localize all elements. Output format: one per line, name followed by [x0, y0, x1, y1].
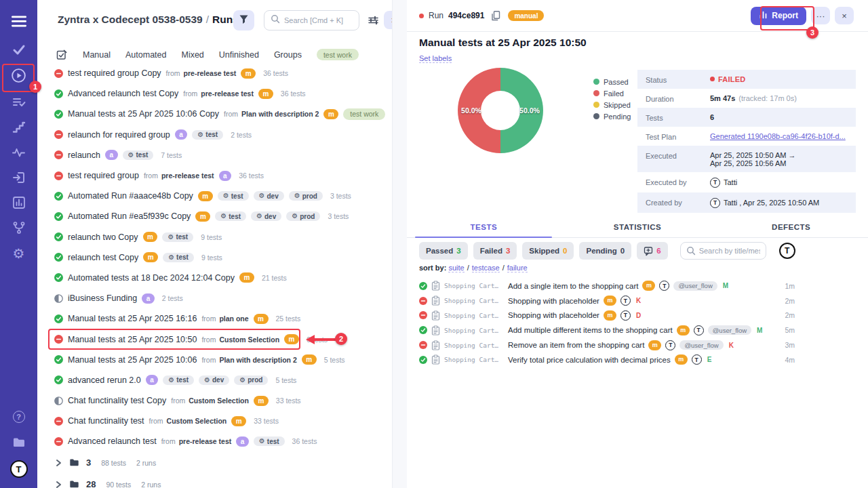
- tab-groups[interactable]: Groups: [274, 50, 302, 60]
- sidebar-item-help[interactable]: ?: [0, 405, 37, 429]
- sort-link-testcase[interactable]: testcase: [472, 264, 500, 272]
- filter-chip-failed[interactable]: Failed3: [473, 242, 517, 260]
- report-button[interactable]: Report: [751, 7, 806, 25]
- env-badge-label: dev: [264, 213, 276, 220]
- detail-tab-tests[interactable]: TESTS: [407, 220, 561, 237]
- more-button[interactable]: ···: [811, 7, 830, 24]
- run-type-badge: m: [323, 109, 338, 119]
- run-row[interactable]: Chat functinality test CopyfromCustom Se…: [37, 390, 392, 411]
- run-row[interactable]: Automated Run #aaace48b Copym⚙test⚙dev⚙p…: [37, 186, 392, 206]
- assignee-filter-logo[interactable]: T: [779, 243, 795, 259]
- run-tag: test work: [343, 108, 385, 120]
- folder-row[interactable]: 388 tests2 runs: [37, 452, 392, 474]
- detail-tab-defects[interactable]: DEFECTS: [714, 220, 868, 237]
- run-row[interactable]: iBusiness Fundinga2 tests: [37, 288, 392, 308]
- sidebar-item-branch[interactable]: [0, 216, 37, 240]
- set-labels-link[interactable]: Set labels: [419, 54, 452, 63]
- sidebar-item-steps[interactable]: [0, 115, 37, 140]
- sidebar-item-gear[interactable]: ⚙: [0, 241, 37, 266]
- run-row[interactable]: Automated tests at 18 Dec 2024 12:04 Cop…: [37, 268, 392, 288]
- run-row[interactable]: Automated Run #ea5f939c Copym⚙test⚙dev⚙p…: [37, 206, 392, 226]
- sidebar-item-menu[interactable]: [0, 9, 37, 33]
- help-icon: ?: [13, 411, 25, 423]
- tab-unfinished[interactable]: Unfinished: [219, 50, 259, 60]
- run-row[interactable]: test required groupfrompre-release testa…: [37, 165, 392, 186]
- sidebar-item-bar-chart[interactable]: [0, 190, 37, 215]
- breadcrumb-project[interactable]: Zyntra x Codecept 0538-0539: [58, 14, 203, 25]
- test-row[interactable]: Shopping Cart…Shopping with placeholderm…: [407, 308, 868, 323]
- run-row[interactable]: Manual tests at 25 Apr 2025 10:06fromPla…: [37, 350, 392, 370]
- runs-search[interactable]: [264, 10, 359, 30]
- test-row[interactable]: Shopping Cart…Remove an item from the sh…: [407, 338, 868, 352]
- filter-chip-comments[interactable]: 6: [637, 242, 667, 260]
- status-passed-icon: [54, 212, 63, 221]
- test-row[interactable]: Shopping Cart…Shopping with placeholderm…: [407, 293, 868, 308]
- run-type-badge: m: [143, 252, 158, 262]
- runs-search-input[interactable]: [284, 16, 353, 24]
- run-row[interactable]: Advanced relaunch testfrompre-release te…: [37, 431, 392, 451]
- test-suite: Shopping Cart…: [444, 327, 504, 334]
- sidebar-item-list-check[interactable]: [0, 90, 37, 115]
- test-row[interactable]: Shopping Cart…Add multiple different ite…: [407, 323, 868, 338]
- run-row[interactable]: Chat functinality testfromCustom Selecti…: [37, 411, 392, 431]
- runs-filter-tabs: ManualAutomatedMixedUnfinishedGroupstest…: [56, 46, 359, 63]
- env-badge-dev: ⚙dev: [251, 211, 281, 221]
- list-check-icon: [12, 95, 26, 110]
- tests-search[interactable]: [680, 242, 766, 260]
- sort-link-failure[interactable]: failure: [507, 264, 528, 272]
- test-plan-link[interactable]: Generated 1190e08b-ca96-4f26-b10f-d...: [710, 132, 846, 140]
- run-row[interactable]: advanced rerun 2.0a⚙test⚙dev⚙prod5 tests: [37, 370, 392, 390]
- run-tests-count: 3 tests: [328, 212, 349, 220]
- sidebar-item-activity[interactable]: [0, 140, 37, 165]
- folder-row[interactable]: 2890 tests2 runs: [37, 474, 392, 488]
- test-type-badge: m: [604, 296, 616, 306]
- detail-close-button[interactable]: ×: [835, 7, 854, 24]
- sidebar-logo[interactable]: T: [0, 457, 37, 481]
- copy-icon[interactable]: [490, 10, 500, 21]
- test-letter-badge: K: [729, 342, 734, 349]
- run-title: test required group: [68, 171, 139, 180]
- run-row[interactable]: Manual tests at 25 Apr 2025 16:16frompla…: [37, 308, 392, 329]
- filter-tag[interactable]: test work: [317, 49, 359, 60]
- view-settings-icon[interactable]: [368, 15, 379, 28]
- tab-automated[interactable]: Automated: [125, 50, 166, 60]
- tests-search-input[interactable]: [699, 247, 760, 255]
- run-from-label: from: [183, 89, 197, 98]
- run-from-label: from: [161, 437, 176, 445]
- filter-button[interactable]: [233, 10, 254, 30]
- run-type-badge: a: [142, 293, 155, 304]
- gear-icon: ⚙: [13, 247, 25, 260]
- run-row[interactable]: relaunch two Copym⚙test9 tests: [37, 227, 392, 247]
- legend-label: Pending: [604, 113, 631, 121]
- filter-chip-pending[interactable]: Pending0: [579, 242, 631, 260]
- run-tests-count: 9 tests: [201, 233, 222, 241]
- info-value: 5m 47s(tracked: 17m 0s): [710, 94, 797, 102]
- run-row[interactable]: Manual tests at 25 Apr 2025 10:06 Copyfr…: [37, 104, 392, 124]
- sort-link-suite[interactable]: suite: [448, 264, 464, 272]
- filter-chip-skipped[interactable]: Skipped0: [522, 242, 574, 260]
- run-tests-count: 33 tests: [254, 417, 279, 425]
- run-tests-count: 7 tests: [161, 151, 182, 159]
- detail-tab-statistics[interactable]: STATISTICS: [561, 220, 715, 237]
- run-title: relaunch: [68, 150, 100, 160]
- run-tests-count: 33 tests: [276, 396, 301, 405]
- run-row[interactable]: relaunch test Copym⚙test9 tests: [37, 247, 392, 268]
- clipboard-icon: [431, 354, 440, 365]
- run-from-label: from: [149, 417, 163, 425]
- test-tag: @user_flow: [679, 340, 723, 350]
- run-row[interactable]: relaunch for required groupa⚙test2 tests: [37, 125, 392, 145]
- sidebar-item-sign-in[interactable]: [0, 165, 37, 190]
- annotation-arrow-icon: [304, 334, 336, 348]
- run-row[interactable]: relauncha⚙test7 tests: [37, 145, 392, 165]
- status-passed-icon: [54, 355, 63, 364]
- test-row[interactable]: Shopping Cart…Verify total price calcula…: [407, 352, 868, 367]
- test-row[interactable]: Shopping Cart…Add a single item to the s…: [407, 279, 868, 293]
- run-row[interactable]: test required group Copyfrompre-release …: [37, 63, 392, 83]
- tab-manual[interactable]: Manual: [83, 50, 111, 60]
- filter-chip-passed[interactable]: Passed3: [419, 242, 468, 260]
- run-row[interactable]: Advanced relaunch test Copyfrompre-relea…: [37, 83, 392, 104]
- tab-mixed[interactable]: Mixed: [181, 50, 203, 60]
- sidebar-item-folder[interactable]: [0, 430, 37, 455]
- checklist-icon: [56, 49, 68, 61]
- sidebar-item-check[interactable]: [0, 37, 37, 62]
